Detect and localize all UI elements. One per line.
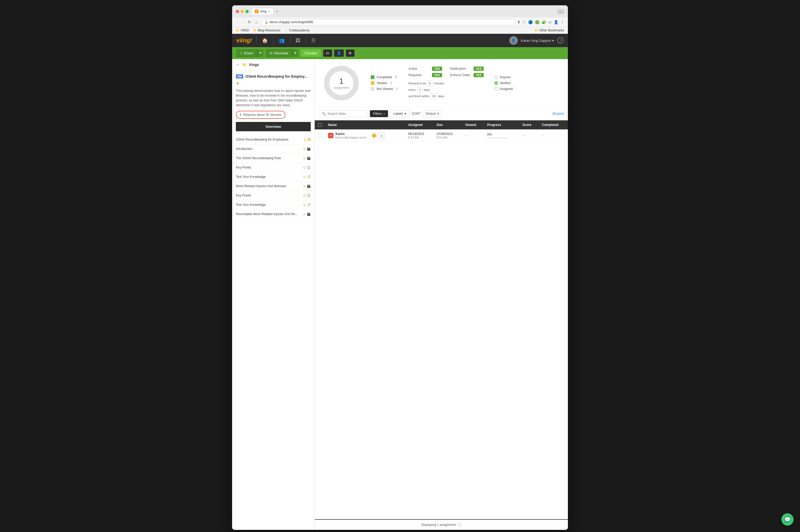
user-name[interactable]: Karen Ving Support ▾ (521, 39, 554, 43)
export-btn[interactable]: [Export] (553, 112, 564, 116)
enforce-order-label: Enforce Order (450, 73, 471, 77)
nav-home-btn[interactable]: 🏠 (261, 37, 269, 44)
search-input[interactable] (328, 112, 365, 116)
chapter-title: Recordable Work-Related Injuries And Ill… (236, 212, 301, 216)
remind-minutes-num: 5 (427, 80, 433, 87)
preview-btn[interactable]: Preview (301, 49, 321, 57)
sort-select[interactable]: Default ▾ (423, 110, 442, 117)
share-icon: ⤴ (240, 51, 242, 55)
settings-btn[interactable]: ⚙ (346, 50, 354, 57)
toolbar: ⤴ Share ▾ ↻ Recreate ▾ Preview 🏷 👤 ⚙ (232, 47, 568, 59)
email-icon: ✉ (328, 133, 333, 138)
app-logo[interactable]: viing! (236, 37, 252, 44)
bookmark-blog-label: Blog Resources (258, 28, 280, 32)
chapter-item[interactable]: Key Points◎📋 (232, 191, 314, 200)
chapter-item[interactable]: Work-Related Injuries And Illnesses◎🎬 (232, 182, 314, 191)
overview-btn[interactable]: Overview (236, 122, 311, 131)
chapter-title: OSHA Recordkeeping for Employees (236, 138, 302, 141)
bookmark-ving[interactable]: 📁 VING! (236, 28, 250, 32)
window-more-btn[interactable]: ⌄ (557, 9, 564, 14)
progress-bar (487, 137, 508, 139)
footer-text: Displaying 1 assignment (421, 523, 456, 527)
nav-users-btn[interactable]: 👥 (278, 37, 286, 44)
radio-verified[interactable]: Verified (494, 81, 513, 85)
menu-icon[interactable]: ⋮ (560, 20, 564, 24)
row-checkbox[interactable] (318, 134, 322, 137)
chapter-icons: ◎📝 (303, 175, 311, 179)
recreate-dropdown-btn[interactable]: ▾ (292, 49, 298, 57)
forward-btn[interactable]: › (241, 19, 245, 25)
chapter-item[interactable]: OSHA Recordkeeping for Employees◎🖼 (232, 135, 314, 144)
nav-list-btn[interactable]: ☰ (310, 37, 316, 44)
mood-icon[interactable]: 😐 (371, 132, 377, 139)
bookmark-codeacademy[interactable]: 📄 Codeacademy (284, 28, 309, 32)
nav-media-btn[interactable]: 🖼 (294, 37, 302, 44)
bookmark-icon[interactable]: ☆ (523, 20, 526, 24)
extension2-icon[interactable]: 🟢 (535, 20, 539, 24)
tag-btn[interactable]: 🏷 (323, 50, 332, 57)
chapter-type-icon: 📋 (307, 194, 311, 197)
labels-dropdown-icon: ▾ (404, 112, 406, 116)
recreate-icon: ↻ (270, 51, 273, 55)
sort-area: SORT Default ▾ (412, 110, 442, 117)
fullscreen-window-btn[interactable] (246, 10, 249, 13)
bookmark-other[interactable]: 📁 Other Bookmarks (534, 28, 564, 32)
settings-grid: Active YES Notification YES Required YES (408, 66, 484, 77)
address-icons: ⬆ ☆ 🔵 🟢 🧩 ▭ 👤 ⋮ (517, 20, 564, 24)
table-row: ✉ Karen karenn@vingapp.connn 😐 ▦ 06/19/2… (315, 129, 568, 142)
chapter-item[interactable]: Introduction◎🎬 (232, 144, 314, 154)
minimize-window-btn[interactable] (241, 10, 244, 13)
tab-close-btn[interactable]: ✕ (268, 10, 270, 13)
chapter-status-icon: ◎ (304, 138, 307, 141)
close-window-btn[interactable] (236, 10, 239, 13)
row-checkbox-cell (315, 129, 325, 142)
search-box[interactable]: 🔍 (319, 110, 368, 117)
bookmark-blog[interactable]: 📁 Blog Resources (253, 28, 280, 32)
extension3-icon[interactable]: 🧩 (542, 20, 546, 24)
chapter-item[interactable]: Test Your Knowledge◎📝 (232, 200, 314, 210)
assign-btn[interactable]: 👤 (334, 50, 344, 57)
chapter-type-icon: 🖼 (308, 138, 311, 141)
col-completed: Completed (539, 120, 568, 129)
new-tab-btn[interactable]: + (275, 9, 279, 14)
radio-anyone[interactable]: Anyone (494, 75, 513, 79)
row-completed: -- (539, 129, 568, 142)
select-all-header[interactable] (315, 120, 325, 129)
chart-icon[interactable]: ▦ (378, 132, 384, 139)
filters-btn[interactable]: Filters ▾ (370, 110, 388, 117)
chapter-title: The OSHA Recordkeeping Rule (236, 156, 301, 160)
home-btn[interactable]: ⌂ (254, 19, 258, 25)
tab-bar: V Ving ✕ + (251, 8, 554, 15)
labels-btn[interactable]: Labels ▾ (390, 110, 410, 117)
select-all-checkbox[interactable] (318, 123, 322, 127)
sidebar-icon[interactable]: ▭ (548, 20, 552, 24)
radio-assigned[interactable]: Assigned (494, 87, 513, 91)
col-viewed: Viewed (462, 120, 484, 129)
url-bar[interactable]: 🔒 demo.vingapp.com/vings/9386 (261, 19, 515, 25)
notification-label: Notification (450, 67, 471, 71)
back-btn[interactable]: ‹ (236, 19, 239, 25)
share-icon[interactable]: ⬆ (517, 20, 521, 24)
chat-btn[interactable]: 💬 (781, 513, 794, 526)
active-tab[interactable]: V Ving ✕ (251, 8, 274, 15)
profile-icon[interactable]: 👤 (554, 20, 558, 24)
refresh-btn[interactable]: ↻ (247, 19, 252, 25)
star-rating: ★ (236, 81, 311, 86)
recreate-btn[interactable]: ↻ Recreate (266, 49, 292, 57)
chapter-item[interactable]: Recordable Work-Related Injuries And Ill… (232, 210, 314, 219)
nav-divider (256, 37, 257, 44)
table-header-row: Name Assigned Due Viewed Progress Score … (315, 120, 568, 129)
share-btn[interactable]: ⤴ Share (236, 49, 257, 57)
sort-label: SORT (412, 112, 420, 116)
share-dropdown-btn[interactable]: ▾ (257, 49, 263, 57)
vings-folder-icon: 📁 (242, 62, 247, 67)
radio-assigned-circle (494, 87, 498, 91)
chapter-item[interactable]: The OSHA Recordkeeping Rule◎🎬 (232, 154, 314, 163)
chapter-item[interactable]: Key Points◎📋 (232, 163, 314, 172)
chapter-item[interactable]: Test Your Knowledge◎📝 (232, 172, 314, 182)
extension1-icon[interactable]: 🔵 (528, 20, 533, 24)
back-nav-btn[interactable]: ← (236, 62, 240, 67)
col-name: Name (325, 120, 405, 129)
settings-icon: ⚙ (349, 51, 352, 55)
help-btn[interactable]: ? (557, 37, 564, 44)
